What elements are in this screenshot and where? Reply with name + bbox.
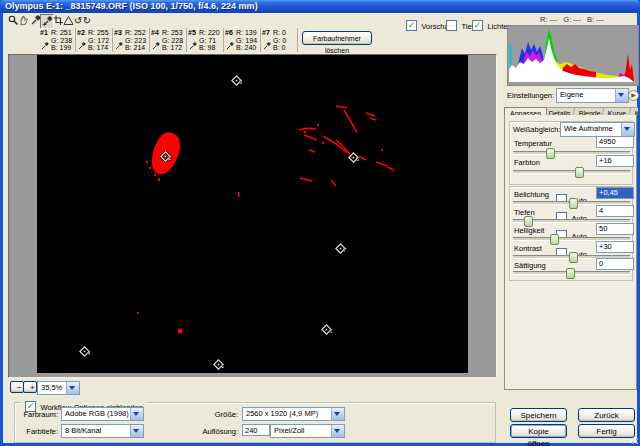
histogram bbox=[507, 25, 639, 86]
aufloesung-input[interactable]: 240 bbox=[242, 424, 270, 436]
groesse-select[interactable]: 2560 x 1920 (4,9 MP) bbox=[242, 407, 345, 421]
panel-tabs: AnpassenDetailsBlendeKurveKalibrieren bbox=[504, 102, 638, 115]
sampler-id: #4 bbox=[151, 29, 159, 36]
rgb-b: B: --- bbox=[587, 15, 604, 24]
sampler-r: 0 bbox=[282, 29, 286, 36]
title-bar: Olympus E-1: _8315749.ORF (ISO 100, 1/75… bbox=[0, 0, 640, 13]
slider-thumb[interactable] bbox=[546, 148, 555, 159]
sampler-readout-2: #2 R: 255G: 172B: 174 bbox=[75, 28, 113, 52]
weissabgleich-label: Weißabgleich: bbox=[513, 125, 560, 134]
sampler-readout-4: #4 R: 253G: 228B: 172 bbox=[149, 28, 187, 52]
sampler-g: 71 bbox=[208, 37, 216, 44]
farbtiefe-select[interactable]: 8 Bit/Kanal bbox=[61, 424, 144, 438]
marker-number: 1 bbox=[221, 363, 224, 369]
chevron-down-icon bbox=[130, 408, 143, 420]
checkbox-icon bbox=[446, 20, 457, 31]
clear-samplers-button[interactable]: Farbaufnehmer löschen bbox=[302, 31, 372, 45]
preview-panel: 1 2 3 4 5 6 7 bbox=[8, 54, 497, 378]
rgb-g: G: --- bbox=[563, 15, 581, 24]
sampler-marker-6[interactable]: 6 bbox=[321, 321, 332, 332]
eyedropper-icon bbox=[263, 42, 271, 50]
sampler-marker-4[interactable]: 4 bbox=[79, 343, 90, 354]
marker-number: 6 bbox=[329, 328, 332, 334]
farbton-slider[interactable] bbox=[513, 170, 630, 174]
belichtung-label: Belichtung bbox=[514, 190, 549, 199]
sampler-r: 139 bbox=[245, 29, 257, 36]
resize-grip[interactable] bbox=[629, 435, 638, 444]
saettigung-slider[interactable] bbox=[513, 271, 630, 275]
fertig-button[interactable]: Fertig bbox=[578, 424, 635, 438]
weissabgleich-select[interactable]: Wie Aufnahme bbox=[560, 122, 635, 137]
farbtiefe-value: 8 Bit/Kanal bbox=[65, 426, 101, 435]
slider-thumb[interactable] bbox=[566, 268, 575, 279]
lichter-checkbox[interactable]: ✓ Lichter bbox=[472, 15, 510, 33]
sampler-id: #7 bbox=[262, 29, 270, 36]
sampler-marker-3[interactable]: 3 bbox=[231, 72, 242, 83]
sampler-g: 238 bbox=[60, 37, 72, 44]
temperatur-value[interactable]: 4950 bbox=[596, 136, 634, 148]
chevron-down-icon bbox=[331, 408, 344, 420]
slider-thumb[interactable] bbox=[575, 167, 584, 178]
speichern-button[interactable]: Speichern bbox=[510, 408, 567, 422]
chevron-down-icon bbox=[331, 425, 344, 437]
image-canvas[interactable]: 1 2 3 4 5 6 7 bbox=[37, 55, 468, 373]
aufloesung-label: Auflösung: bbox=[180, 427, 238, 436]
kopie-oeffnen-button[interactable]: Kopie öffnen bbox=[510, 424, 567, 438]
farbraum-label: Farbraum: bbox=[18, 410, 58, 419]
marker-number: 2 bbox=[168, 155, 171, 161]
flyout-arrow-icon: ▶ bbox=[629, 91, 638, 100]
weissabgleich-value: Wie Aufnahme bbox=[564, 124, 613, 133]
slider-thumb[interactable] bbox=[569, 252, 578, 263]
sampler-b: 0 bbox=[282, 44, 286, 51]
marker-number: 5 bbox=[356, 156, 359, 162]
histogram-plot bbox=[508, 26, 636, 83]
sampler-marker-1[interactable]: 1 bbox=[213, 356, 224, 367]
clipping-overlay bbox=[37, 55, 468, 373]
kontrast-value[interactable]: +30 bbox=[596, 241, 634, 253]
eyedropper-icon bbox=[78, 42, 86, 50]
sampler-r: 220 bbox=[208, 29, 220, 36]
chevron-down-icon bbox=[66, 382, 79, 394]
saettigung-value[interactable]: 0 bbox=[596, 258, 634, 270]
farbraum-value: Adobe RGB (1998) bbox=[65, 409, 129, 418]
sampler-id: #1 bbox=[40, 29, 48, 36]
sampler-marker-2[interactable]: 2 bbox=[160, 148, 171, 159]
helligkeit-value[interactable]: 50 bbox=[596, 223, 634, 235]
einstellungen-select[interactable]: Eigene bbox=[556, 88, 629, 103]
sampler-b: 214 bbox=[134, 44, 146, 51]
sampler-r: 255 bbox=[97, 29, 109, 36]
groesse-value: 2560 x 1920 (4,9 MP) bbox=[246, 409, 318, 418]
zurueck-button[interactable]: Zurück bbox=[578, 408, 635, 422]
sampler-id: #5 bbox=[188, 29, 196, 36]
sampler-id: #6 bbox=[225, 29, 233, 36]
eyedropper-icon bbox=[189, 42, 197, 50]
sampler-b: 98 bbox=[208, 44, 216, 51]
sampler-g: 172 bbox=[97, 37, 109, 44]
zoom-in-button[interactable]: + bbox=[23, 381, 37, 393]
hand-tool-button[interactable] bbox=[17, 14, 29, 27]
belichtung-value[interactable]: +0,45 bbox=[596, 187, 634, 199]
aufloesung-unit-select[interactable]: Pixel/Zoll bbox=[270, 424, 345, 438]
window-title: Olympus E-1: _8315749.ORF (ISO 100, 1/75… bbox=[5, 1, 258, 11]
sampler-marker-5[interactable]: 5 bbox=[348, 149, 359, 160]
farbraum-select[interactable]: Adobe RGB (1998) bbox=[61, 407, 144, 421]
zoom-out-button[interactable]: − bbox=[10, 381, 24, 393]
tab-anpassen[interactable]: Anpassen bbox=[504, 107, 547, 115]
sampler-marker-7[interactable]: 7 bbox=[335, 240, 346, 251]
zoom-level-select[interactable]: 35,5% bbox=[37, 381, 80, 395]
eyedropper-icon bbox=[152, 42, 160, 50]
settings-menu-button[interactable]: ▶ bbox=[628, 90, 639, 101]
sampler-id: #2 bbox=[77, 29, 85, 36]
chevron-down-icon bbox=[621, 123, 634, 136]
eyedropper-icon bbox=[41, 42, 49, 50]
sampler-r: 251 bbox=[60, 29, 72, 36]
farbtiefe-label: Farbtiefe: bbox=[18, 427, 58, 436]
kontrast-label: Kontrast bbox=[514, 244, 542, 253]
farbton-value[interactable]: +16 bbox=[596, 155, 634, 167]
farbton-label: Farbton bbox=[514, 158, 540, 167]
groesse-label: Größe: bbox=[180, 410, 238, 419]
tiefen-value[interactable]: 4 bbox=[596, 205, 634, 217]
rotate-right-button[interactable]: ↻ bbox=[81, 14, 93, 27]
sampler-readout-7: #7 R: 0G: 0B: 0 bbox=[260, 28, 298, 52]
chevron-down-icon bbox=[615, 89, 628, 102]
